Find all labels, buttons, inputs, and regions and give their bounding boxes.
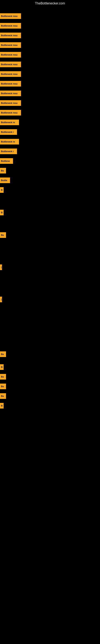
- bar-row: Bo: [0, 352, 6, 357]
- bar-row: Bottleneck resu: [0, 42, 21, 48]
- bar-row: B: [0, 403, 3, 408]
- bar-row: Bottleneck resu: [0, 81, 21, 86]
- bar-row: Bottleneck resu: [0, 100, 21, 106]
- bar-row: Bottleneck resu: [0, 71, 21, 77]
- bar-row: Bo: [0, 168, 6, 174]
- bar-label: Bo: [0, 374, 6, 380]
- bar-label: Bottleneck resu: [0, 110, 21, 116]
- bar-label: B: [0, 187, 3, 193]
- bar-row: Bo: [0, 393, 6, 399]
- bar-row: Bottleneck resu: [0, 13, 21, 19]
- bar-row: Bo: [0, 232, 6, 238]
- bar-row: Bottleneck resu: [0, 62, 21, 67]
- bar-label: Bottleneck resu: [0, 62, 21, 67]
- bar-label: B: [0, 210, 3, 215]
- bar-row: B: [0, 364, 3, 370]
- bar-label: B: [0, 364, 3, 370]
- bar-row: B: [0, 187, 3, 193]
- site-title: TheBottlenecker.com: [0, 0, 100, 7]
- bar-label: Bottleneck resu: [0, 90, 21, 96]
- bar-row: Bo: [0, 384, 6, 389]
- bar-row: Bottleneck resu: [0, 32, 21, 38]
- bar-label: |: [0, 297, 2, 302]
- bar-label: Bottleneck r: [0, 148, 17, 154]
- bar-row: Bottleneck resu: [0, 110, 21, 116]
- bar-label: Bottleneck resu: [0, 32, 21, 38]
- bar-label: Bottlene: [0, 158, 13, 164]
- bar-label: Bottleneck resu: [0, 100, 21, 106]
- bar-label: Bottleneck re: [0, 139, 19, 144]
- bar-row: Bottleneck re: [0, 139, 19, 144]
- bar-label: Bottleneck resu: [0, 52, 21, 58]
- bar-row: Bo: [0, 374, 6, 380]
- bar-label: Bo: [0, 352, 6, 357]
- bar-label: Bottleneck resu: [0, 23, 21, 28]
- bar-row: Bottlene: [0, 158, 13, 164]
- bar-label: Bo: [0, 232, 6, 238]
- bar-label: Bottle: [0, 178, 10, 183]
- bar-row: Bottleneck re: [0, 120, 19, 125]
- bar-label: Bottleneck resu: [0, 81, 21, 86]
- bar-row: B: [0, 210, 3, 215]
- bar-label: |: [0, 264, 2, 270]
- bar-row: Bottleneck r: [0, 129, 17, 135]
- bar-label: Bo: [0, 393, 6, 399]
- bar-label: Bottleneck re: [0, 120, 19, 125]
- bar-row: Bottleneck resu: [0, 23, 21, 28]
- bar-row: |: [0, 264, 2, 270]
- bar-row: Bottleneck r: [0, 148, 17, 154]
- bar-label: Bottleneck resu: [0, 42, 21, 48]
- bar-label: B: [0, 403, 3, 408]
- bar-label: Bottleneck resu: [0, 13, 21, 19]
- bar-label: Bottleneck r: [0, 129, 17, 135]
- bar-row: |: [0, 297, 2, 302]
- bar-row: Bottleneck resu: [0, 52, 21, 58]
- bar-row: Bottleneck resu: [0, 90, 21, 96]
- bar-label: Bo: [0, 384, 6, 389]
- bar-row: Bottle: [0, 178, 10, 183]
- bar-label: Bo: [0, 168, 6, 174]
- bar-label: Bottleneck resu: [0, 71, 21, 77]
